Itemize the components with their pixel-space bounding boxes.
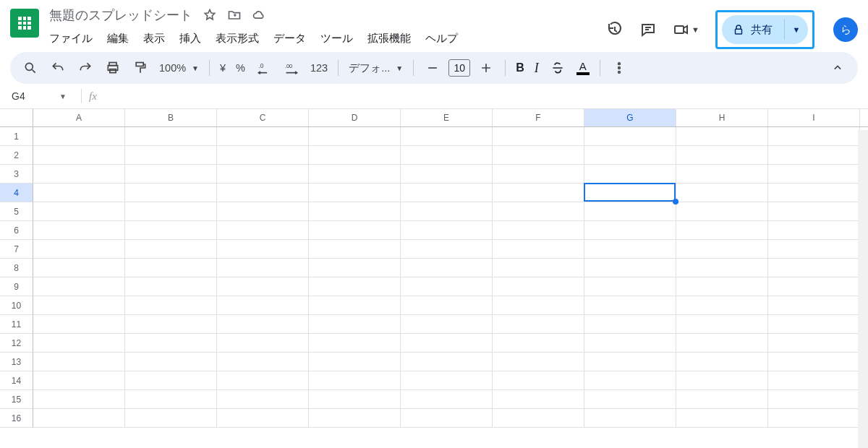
undo-icon[interactable] [49, 59, 67, 77]
cell[interactable] [125, 127, 217, 146]
column-header[interactable]: B [125, 109, 217, 126]
decrease-font-icon[interactable] [424, 59, 441, 77]
cell[interactable] [401, 165, 493, 184]
cell[interactable] [493, 353, 584, 371]
row-header[interactable]: 14 [0, 371, 33, 390]
cell[interactable] [493, 371, 584, 390]
cell[interactable] [125, 146, 217, 165]
cell[interactable] [768, 184, 860, 202]
formula-input[interactable] [97, 84, 859, 108]
cell[interactable] [217, 277, 309, 296]
redo-icon[interactable] [77, 59, 94, 77]
cell[interactable] [217, 221, 309, 240]
column-header[interactable]: I [768, 109, 860, 126]
row-header[interactable]: 1 [0, 127, 33, 146]
cell[interactable] [125, 165, 217, 184]
cell[interactable] [33, 127, 125, 146]
cloud-status-icon[interactable] [252, 8, 266, 22]
search-icon[interactable] [22, 59, 39, 77]
cell[interactable] [768, 409, 860, 428]
row-header[interactable]: 5 [0, 202, 33, 221]
cell[interactable] [401, 202, 493, 221]
cell[interactable] [584, 371, 676, 390]
cell[interactable] [401, 371, 493, 390]
cell[interactable] [584, 127, 676, 146]
cell[interactable] [493, 277, 584, 296]
cell[interactable] [676, 202, 768, 221]
cell[interactable] [217, 390, 309, 409]
cell[interactable] [584, 409, 676, 428]
cell[interactable] [217, 315, 309, 334]
cell[interactable] [584, 390, 676, 409]
cell[interactable] [217, 371, 309, 390]
cell[interactable] [584, 334, 676, 353]
menu-insert[interactable]: 挿入 [179, 32, 201, 46]
cell[interactable] [676, 315, 768, 334]
cell[interactable] [493, 296, 584, 315]
cell[interactable] [125, 277, 217, 296]
cell[interactable] [309, 353, 401, 371]
cell[interactable] [125, 184, 217, 202]
account-avatar[interactable]: ら [833, 17, 858, 42]
cell[interactable] [676, 334, 768, 353]
cell[interactable] [401, 184, 493, 202]
cell[interactable] [217, 259, 309, 277]
menu-data[interactable]: データ [273, 32, 306, 46]
cell[interactable] [676, 221, 768, 240]
cell[interactable] [125, 353, 217, 371]
cell[interactable] [125, 221, 217, 240]
cell[interactable] [768, 259, 860, 277]
cell[interactable] [584, 353, 676, 371]
cell[interactable] [309, 240, 401, 259]
cell[interactable] [309, 277, 401, 296]
cell[interactable] [401, 296, 493, 315]
cell[interactable] [676, 390, 768, 409]
menu-format[interactable]: 表示形式 [216, 32, 259, 46]
cell[interactable] [493, 240, 584, 259]
cell[interactable] [217, 409, 309, 428]
cell[interactable] [676, 296, 768, 315]
cell[interactable] [401, 146, 493, 165]
cell[interactable] [401, 240, 493, 259]
cell[interactable] [33, 221, 125, 240]
cell[interactable] [584, 146, 676, 165]
menu-tools[interactable]: ツール [320, 32, 353, 46]
meet-button[interactable]: ▼ [673, 21, 699, 38]
cell[interactable] [33, 390, 125, 409]
cell[interactable] [125, 296, 217, 315]
row-header[interactable]: 3 [0, 165, 33, 184]
cell[interactable] [33, 277, 125, 296]
cell[interactable] [676, 353, 768, 371]
print-icon[interactable] [104, 59, 122, 77]
cell[interactable] [584, 296, 676, 315]
row-header[interactable]: 7 [0, 240, 33, 259]
cell[interactable] [125, 202, 217, 221]
cell[interactable] [768, 334, 860, 353]
cell[interactable] [125, 409, 217, 428]
vertical-scrollbar[interactable] [858, 130, 868, 448]
cell[interactable] [125, 240, 217, 259]
cell[interactable] [493, 390, 584, 409]
cell[interactable] [309, 259, 401, 277]
cell[interactable] [33, 165, 125, 184]
cell[interactable] [493, 221, 584, 240]
select-all-corner[interactable] [0, 109, 33, 126]
cell[interactable] [217, 240, 309, 259]
comments-icon[interactable] [639, 21, 657, 38]
cell[interactable] [768, 165, 860, 184]
move-folder-icon[interactable] [227, 8, 242, 22]
cell[interactable] [401, 315, 493, 334]
cell[interactable] [401, 409, 493, 428]
row-header[interactable]: 16 [0, 409, 33, 428]
text-color-button[interactable]: A [576, 61, 590, 75]
cell[interactable] [125, 315, 217, 334]
cell[interactable] [217, 127, 309, 146]
cell[interactable] [676, 409, 768, 428]
cell[interactable] [768, 202, 860, 221]
cell[interactable] [309, 390, 401, 409]
cell[interactable] [493, 334, 584, 353]
menu-file[interactable]: ファイル [49, 32, 93, 46]
cell[interactable] [493, 259, 584, 277]
menu-view[interactable]: 表示 [143, 32, 165, 46]
more-vert-icon[interactable] [610, 59, 628, 77]
